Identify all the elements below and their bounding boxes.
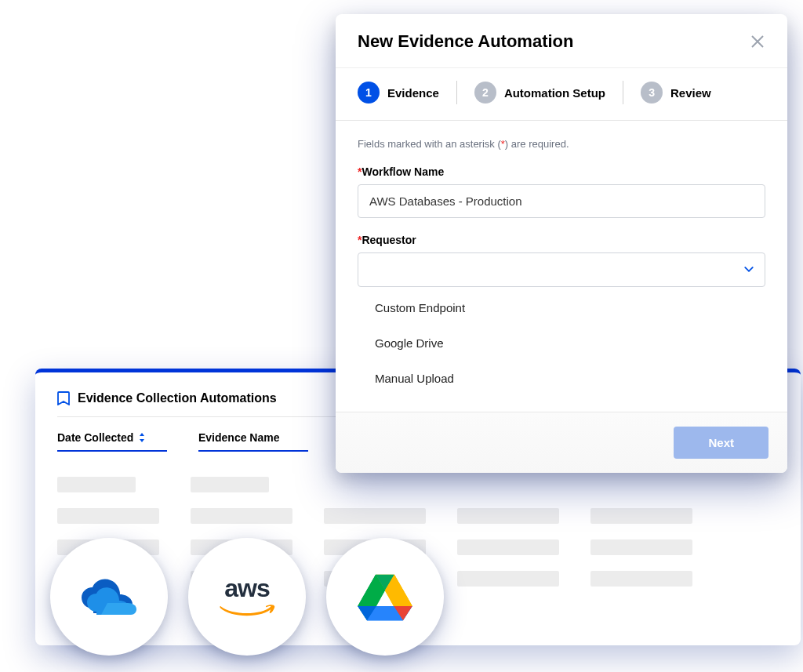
column-evidence-name[interactable]: Evidence Name: [198, 431, 308, 452]
step-divider: [456, 81, 457, 104]
step-automation-setup[interactable]: 2 Automation Setup: [474, 82, 605, 104]
stepper: 1 Evidence 2 Automation Setup 3 Review: [336, 67, 787, 121]
step-divider: [623, 81, 623, 104]
skeleton-bar: [590, 539, 692, 555]
dropdown-option-custom-endpoint[interactable]: Custom Endpoint: [375, 290, 765, 325]
column-label: Evidence Name: [198, 431, 280, 444]
next-button[interactable]: Next: [674, 427, 768, 459]
aws-text: aws: [224, 574, 269, 603]
column-date-collected[interactable]: Date Collected: [57, 431, 167, 452]
onedrive-logo: [50, 538, 168, 656]
aws-logo: aws: [188, 538, 306, 656]
dropdown-option-google-drive[interactable]: Google Drive: [375, 325, 765, 361]
integration-logos: aws: [50, 538, 444, 656]
bookmark-icon: [57, 391, 70, 405]
requestor-dropdown: Custom Endpoint Google Drive Manual Uplo…: [358, 287, 765, 404]
step-number: 2: [474, 82, 496, 104]
skeleton-bar: [57, 477, 136, 492]
google-drive-logo: [326, 538, 444, 656]
requestor-label: *Requestor: [358, 234, 765, 246]
step-review[interactable]: 3 Review: [641, 82, 711, 104]
skeleton-bar: [457, 508, 559, 524]
step-label: Evidence: [387, 86, 439, 100]
skeleton-bar: [457, 539, 559, 555]
sort-icon: [138, 433, 146, 442]
google-drive-icon: [356, 572, 414, 622]
chevron-down-icon: [744, 267, 754, 273]
panel-title: Evidence Collection Automations: [78, 391, 277, 405]
requestor-select[interactable]: [358, 252, 765, 287]
step-label: Automation Setup: [504, 86, 605, 100]
skeleton-bar: [590, 571, 692, 587]
onedrive-icon: [78, 576, 140, 618]
skeleton-bar: [57, 508, 159, 524]
skeleton-bar: [590, 508, 692, 524]
modal-title: New Evidence Automation: [358, 31, 573, 52]
close-icon[interactable]: [750, 34, 765, 49]
workflow-name-label: *Workflow Name: [358, 165, 765, 178]
aws-smile-icon: [217, 605, 277, 620]
new-evidence-automation-modal: New Evidence Automation 1 Evidence 2 Aut…: [336, 14, 787, 473]
workflow-name-input[interactable]: [358, 184, 765, 218]
skeleton-bar: [191, 508, 292, 524]
skeleton-bar: [457, 571, 559, 587]
step-number: 3: [641, 82, 663, 104]
skeleton-bar: [191, 477, 269, 492]
dropdown-option-manual-upload[interactable]: Manual Upload: [375, 361, 765, 396]
step-evidence[interactable]: 1 Evidence: [358, 82, 439, 104]
skeleton-bar: [324, 508, 426, 524]
step-label: Review: [670, 86, 711, 100]
step-number: 1: [358, 82, 380, 104]
required-fields-note: Fields marked with an asterisk (*) are r…: [358, 138, 765, 150]
column-label: Date Collected: [57, 431, 133, 444]
